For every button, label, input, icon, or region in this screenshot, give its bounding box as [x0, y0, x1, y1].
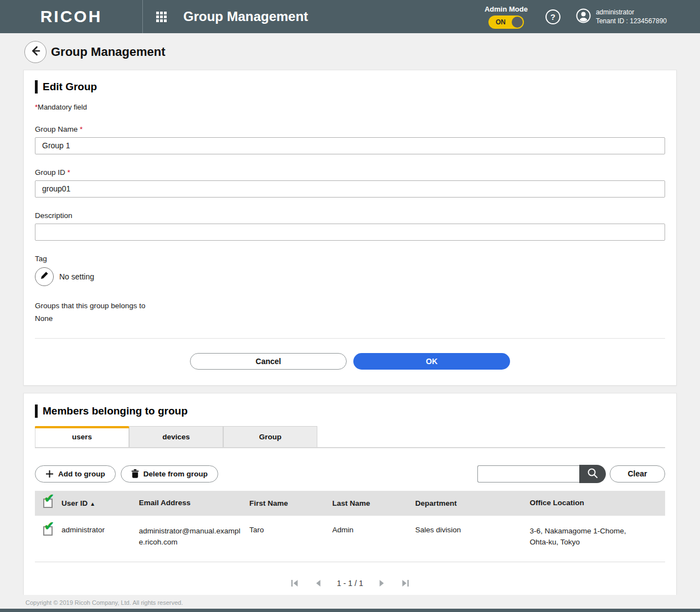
pagination-label: 1 - 1 / 1 [337, 579, 363, 588]
group-name-label: Group Name * [35, 125, 665, 133]
admin-mode-label: Admin Mode [485, 5, 528, 13]
tab-users[interactable]: users [35, 426, 129, 447]
edit-group-card: Edit Group *Mandatory field Group Name *… [23, 70, 677, 386]
tag-value: No setting [59, 272, 94, 281]
row-select-cell: ✔ [35, 526, 61, 536]
user-block[interactable]: administrator Tenant ID : 1234567890 [576, 8, 667, 25]
col-user-id[interactable]: User ID▲ [61, 499, 139, 507]
select-all-checkbox[interactable]: ✔ [43, 499, 53, 508]
description-label: Description [35, 211, 665, 220]
app-grid-icon[interactable] [156, 12, 167, 22]
ok-button[interactable]: OK [353, 353, 510, 370]
back-arrow-icon [29, 45, 42, 59]
next-page-button[interactable] [378, 579, 386, 588]
parent-groups-value: None [35, 314, 665, 323]
search-wrap [477, 465, 606, 483]
first-page-button[interactable] [290, 579, 299, 588]
col-email[interactable]: Email Address [139, 497, 250, 509]
mandatory-text: Mandatory field [38, 103, 87, 111]
description-input[interactable] [35, 224, 665, 241]
cell-first-name: Taro [249, 526, 332, 534]
app-header: RICOH Group Management Admin Mode ON ? a… [0, 0, 700, 33]
parent-groups-label: Groups that this group belongs to [35, 302, 665, 310]
pencil-icon [40, 271, 49, 282]
app-title: Group Management [183, 9, 308, 24]
search-icon [586, 467, 599, 481]
tag-label: Tag [35, 255, 665, 263]
tab-group[interactable]: Group [223, 426, 317, 447]
page-title: Group Management [51, 45, 166, 59]
delete-from-group-label: Delete from group [143, 470, 208, 478]
add-to-group-label: Add to group [58, 470, 105, 478]
cell-office-location: 3-6, Nakamagome 1-Chome, Ohta-ku, Tokyo [529, 526, 665, 549]
members-card: Members belonging to group users devices… [23, 393, 677, 603]
form-divider [35, 338, 665, 339]
members-toolbar: Add to group Delete from group [35, 465, 665, 483]
cancel-button[interactable]: Cancel [190, 353, 347, 370]
admin-mode-toggle[interactable]: ON [488, 15, 524, 29]
footer-accent-bar [0, 609, 700, 612]
form-actions: Cancel OK [35, 353, 665, 370]
cell-email: administrator@manual.example.ricoh.com [139, 526, 250, 549]
cell-last-name: Admin [332, 526, 415, 534]
admin-mode-control: Admin Mode ON [485, 5, 528, 29]
add-to-group-button[interactable]: Add to group [35, 465, 116, 483]
search-button[interactable] [579, 465, 606, 483]
sort-asc-icon: ▲ [90, 501, 95, 507]
group-id-input[interactable] [35, 180, 665, 198]
last-page-button[interactable] [401, 579, 410, 588]
copyright-text: Copyright © 2019 Ricoh Company, Ltd. All… [0, 595, 700, 606]
user-name: administrator [596, 8, 667, 17]
previous-page-button[interactable] [314, 579, 322, 588]
user-avatar-icon [576, 8, 591, 25]
cell-user-id: administrator [61, 526, 139, 534]
search-input[interactable] [477, 465, 579, 483]
row-checkbox[interactable]: ✔ [43, 526, 53, 536]
cell-department: Sales division [415, 526, 530, 534]
header-divider [142, 0, 143, 33]
trash-icon [131, 469, 139, 478]
tenant-id: Tenant ID : 1234567890 [596, 17, 667, 25]
group-id-label: Group ID * [35, 168, 665, 177]
checkmark-icon: ✔ [44, 492, 54, 505]
footer: Copyright © 2019 Ricoh Company, Ltd. All… [0, 595, 700, 612]
toolbar-right: Clear [477, 465, 665, 483]
col-last-name[interactable]: Last Name [332, 499, 415, 507]
back-row: Group Management [0, 33, 700, 70]
select-all-cell: ✔ [35, 499, 61, 508]
tag-edit-button[interactable] [35, 267, 54, 286]
members-table: ✔ User ID▲ Email Address First Name Last… [35, 491, 665, 563]
group-id-required-star: * [68, 168, 70, 177]
col-office-location[interactable]: Office Location [529, 497, 665, 509]
pagination: 1 - 1 / 1 [35, 579, 665, 588]
back-button[interactable] [24, 41, 47, 63]
table-header-row: ✔ User ID▲ Email Address First Name Last… [35, 491, 665, 516]
delete-from-group-button[interactable]: Delete from group [121, 465, 218, 483]
member-tabs: users devices Group [35, 426, 665, 448]
plus-icon [45, 470, 54, 478]
help-icon[interactable]: ? [545, 9, 560, 24]
toggle-knob-icon [512, 17, 523, 28]
toggle-on-label: ON [496, 18, 506, 26]
tab-devices[interactable]: devices [129, 426, 223, 447]
clear-button[interactable]: Clear [610, 465, 665, 483]
table-row[interactable]: ✔ administrator administrator@manual.exa… [35, 516, 665, 563]
mandatory-note: *Mandatory field [35, 103, 665, 111]
checkmark-icon: ✔ [44, 520, 54, 532]
edit-group-heading: Edit Group [35, 80, 665, 94]
header-right: Admin Mode ON ? administrator Tenant ID … [485, 5, 700, 29]
col-department[interactable]: Department [415, 499, 530, 507]
ricoh-logo: RICOH [0, 7, 142, 26]
col-first-name[interactable]: First Name [249, 499, 332, 507]
group-name-input[interactable] [35, 137, 665, 154]
tag-row: No setting [35, 267, 665, 286]
user-texts: administrator Tenant ID : 1234567890 [596, 8, 667, 25]
group-name-required-star: * [80, 125, 83, 133]
members-heading: Members belonging to group [35, 404, 665, 418]
